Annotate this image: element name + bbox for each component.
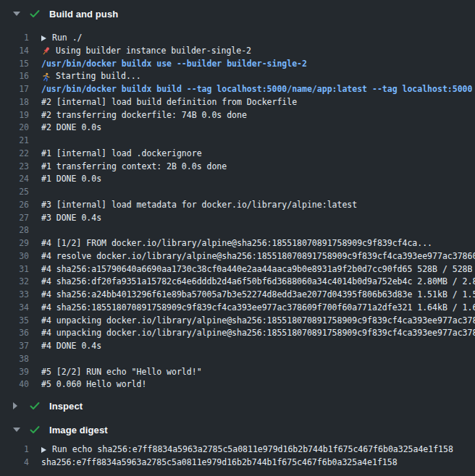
- line-number[interactable]: 18: [0, 96, 29, 109]
- line-number[interactable]: 29: [0, 237, 29, 250]
- log-line[interactable]: 33#4 sha256:a24bb4013296f61e89ba57005a7b…: [0, 289, 475, 302]
- section-title: Build and push: [49, 9, 118, 20]
- line-number[interactable]: 28: [0, 224, 29, 237]
- log-line-content: #1 [internal] load .dockerignore: [41, 148, 202, 161]
- log-text: Starting build...: [56, 70, 141, 83]
- line-number[interactable]: 31: [0, 263, 29, 276]
- log-line-content: #4 sha256:a15790640a6690aa1730c38cf0a440…: [41, 263, 472, 276]
- line-number[interactable]: 40: [0, 378, 29, 391]
- chevron-right-icon[interactable]: [13, 402, 17, 409]
- log-text: #1 transferring context: 2B 0.0s done: [41, 161, 227, 174]
- log-line[interactable]: 23#1 transferring context: 2B 0.0s done: [0, 161, 475, 174]
- log-line[interactable]: 16Starting build...: [0, 70, 475, 83]
- line-number[interactable]: 20: [0, 122, 29, 135]
- line-number[interactable]: 1: [0, 32, 29, 45]
- expander-icon[interactable]: [41, 447, 46, 453]
- log-text: Using builder instance builder-single-2: [56, 45, 251, 58]
- log-line[interactable]: 1Run ./: [0, 32, 475, 45]
- section-inspect: Inspect: [0, 398, 475, 414]
- line-number[interactable]: 4: [0, 456, 29, 469]
- line-number[interactable]: 38: [0, 353, 29, 366]
- log-line[interactable]: 31#4 sha256:a15790640a6690aa1730c38cf0a4…: [0, 263, 475, 276]
- line-number[interactable]: 23: [0, 161, 29, 174]
- log-line[interactable]: 4sha256:e7ff8834a5963a2785c5a0811e979d16…: [0, 456, 475, 469]
- log-line-content: /usr/bin/docker buildx use --builder bui…: [41, 58, 307, 71]
- section-header-inspect[interactable]: Inspect: [0, 398, 475, 414]
- log-line[interactable]: 1Run echo sha256:e7ff8834a5963a2785c5a08…: [0, 443, 475, 456]
- line-number[interactable]: 16: [0, 70, 29, 83]
- line-number[interactable]: 19: [0, 109, 29, 122]
- log-text: #5 [2/2] RUN echo "Hello world!": [41, 366, 202, 379]
- line-number[interactable]: 24: [0, 173, 29, 186]
- line-number[interactable]: 33: [0, 289, 29, 302]
- log-line[interactable]: 18#2 [internal] load build definition fr…: [0, 96, 475, 109]
- line-number[interactable]: 22: [0, 148, 29, 161]
- log-line[interactable]: 14Using builder instance builder-single-…: [0, 45, 475, 58]
- log-line[interactable]: 40#5 0.060 Hello world!: [0, 378, 475, 391]
- expander-icon[interactable]: [41, 35, 46, 41]
- check-success-icon: [29, 400, 41, 412]
- line-number[interactable]: 14: [0, 45, 29, 58]
- line-number[interactable]: 1: [0, 443, 29, 456]
- log-text: #4 sha256:df20fa9351a15782c64e6dddb2d4a6…: [41, 276, 475, 289]
- section-build-and-push: Build and push 1Run ./14Using builder in…: [0, 6, 475, 391]
- line-number[interactable]: 21: [0, 135, 29, 148]
- log-line-content: Run ./: [41, 32, 83, 45]
- log-text: #1 DONE 0.0s: [41, 173, 101, 186]
- log-line[interactable]: 21: [0, 135, 475, 148]
- runner-icon: [41, 72, 51, 82]
- log-text: #1 [internal] load .dockerignore: [41, 148, 202, 161]
- log-line[interactable]: 29#4 [1/2] FROM docker.io/library/alpine…: [0, 237, 475, 250]
- line-number[interactable]: 39: [0, 366, 29, 379]
- chevron-down-icon[interactable]: [13, 12, 20, 16]
- log-line-content: #1 DONE 0.0s: [41, 173, 101, 186]
- log-line[interactable]: 26#3 [internal] load metadata for docker…: [0, 199, 475, 212]
- log-line[interactable]: 25: [0, 186, 475, 199]
- log-line-content: #4 sha256:a24bb4013296f61e89ba57005a7b3e…: [41, 289, 475, 302]
- log-line-content: Starting build...: [41, 70, 141, 83]
- line-number[interactable]: 35: [0, 315, 29, 328]
- log-line[interactable]: 19#2 transferring dockerfile: 74B 0.0s d…: [0, 109, 475, 122]
- log-line[interactable]: 17/usr/bin/docker buildx build --tag loc…: [0, 83, 475, 96]
- line-number[interactable]: 25: [0, 186, 29, 199]
- line-number[interactable]: 36: [0, 327, 29, 340]
- log-text: #4 unpacking docker.io/library/alpine@sh…: [41, 327, 475, 340]
- log-line[interactable]: 32#4 sha256:df20fa9351a15782c64e6dddb2d4…: [0, 276, 475, 289]
- log-line-content: #4 DONE 0.4s: [41, 340, 101, 353]
- log-line-content: #4 resolve docker.io/library/alpine@sha2…: [41, 250, 475, 263]
- log-line[interactable]: 38: [0, 353, 475, 366]
- log-text: /usr/bin/docker buildx use --builder bui…: [41, 58, 307, 71]
- log-line-content: #3 [internal] load metadata for docker.i…: [41, 199, 357, 212]
- log-line[interactable]: 28: [0, 224, 475, 237]
- log-text: #3 DONE 0.4s: [41, 212, 101, 225]
- log-line[interactable]: 39#5 [2/2] RUN echo "Hello world!": [0, 366, 475, 379]
- log-line[interactable]: 24#1 DONE 0.0s: [0, 173, 475, 186]
- line-number[interactable]: 30: [0, 250, 29, 263]
- line-number[interactable]: 17: [0, 83, 29, 96]
- log-line[interactable]: 20#2 DONE 0.0s: [0, 122, 475, 135]
- log-line[interactable]: 35#4 unpacking docker.io/library/alpine@…: [0, 315, 475, 328]
- line-number[interactable]: 34: [0, 302, 29, 315]
- log-line[interactable]: 37#4 DONE 0.4s: [0, 340, 475, 353]
- line-number[interactable]: 32: [0, 276, 29, 289]
- line-number[interactable]: 37: [0, 340, 29, 353]
- log-line[interactable]: 34#4 sha256:185518070891758909c9f839cf4c…: [0, 302, 475, 315]
- section-header-image-digest[interactable]: Image digest: [0, 422, 475, 438]
- log-line-content: #2 [internal] load build definition from…: [41, 96, 297, 109]
- log-line-content: sha256:e7ff8834a5963a2785c5a0811e979d16b…: [41, 456, 398, 469]
- line-number[interactable]: 15: [0, 58, 29, 71]
- chevron-down-icon[interactable]: [13, 428, 20, 432]
- section-header-build-and-push[interactable]: Build and push: [0, 6, 475, 22]
- log-line-content: #2 transferring dockerfile: 74B 0.0s don…: [41, 109, 247, 122]
- log-line[interactable]: 15/usr/bin/docker buildx use --builder b…: [0, 58, 475, 71]
- log-line-content: Run echo sha256:e7ff8834a5963a2785c5a081…: [41, 443, 453, 456]
- log-line[interactable]: 30#4 resolve docker.io/library/alpine@sh…: [0, 250, 475, 263]
- log-line[interactable]: 27#3 DONE 0.4s: [0, 212, 475, 225]
- line-number[interactable]: 27: [0, 212, 29, 225]
- log-line-content: #5 0.060 Hello world!: [41, 378, 146, 391]
- log-line[interactable]: 22#1 [internal] load .dockerignore: [0, 148, 475, 161]
- line-number[interactable]: 26: [0, 199, 29, 212]
- log-line[interactable]: 36#4 unpacking docker.io/library/alpine@…: [0, 327, 475, 340]
- log-line-content: #3 DONE 0.4s: [41, 212, 101, 225]
- log-line-content: #5 [2/2] RUN echo "Hello world!": [41, 366, 202, 379]
